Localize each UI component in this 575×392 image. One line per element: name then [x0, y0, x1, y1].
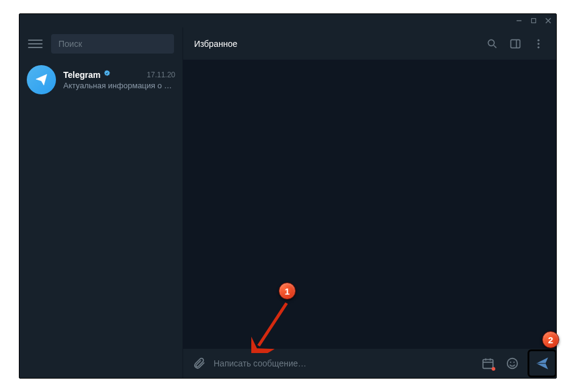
avatar — [27, 65, 56, 94]
minimize-button[interactable] — [515, 16, 523, 25]
composer — [183, 349, 556, 378]
more-button[interactable] — [532, 37, 545, 51]
app-window: Telegram 17.11.20 Актуальная информация … — [19, 13, 557, 379]
smile-icon — [506, 357, 519, 370]
annotation-callout-1: 1 — [279, 282, 296, 299]
schedule-button[interactable] — [478, 354, 498, 373]
svg-point-17 — [514, 362, 515, 363]
paper-plane-icon — [34, 72, 49, 87]
attach-button[interactable] — [189, 354, 209, 373]
panel-icon — [509, 38, 521, 50]
sidebar: Telegram 17.11.20 Актуальная информация … — [19, 27, 183, 378]
svg-point-16 — [510, 362, 511, 363]
chat-list-item[interactable]: Telegram 17.11.20 Актуальная информация … — [19, 60, 183, 99]
content: Telegram 17.11.20 Актуальная информация … — [19, 27, 556, 378]
send-button[interactable] — [531, 351, 554, 376]
svg-rect-1 — [532, 19, 536, 23]
maximize-button[interactable] — [529, 16, 538, 25]
sidebar-header — [19, 27, 183, 60]
main-area: Избранное — [183, 27, 556, 378]
menu-button[interactable] — [28, 37, 43, 51]
sidepanel-button[interactable] — [509, 37, 522, 51]
verified-icon — [103, 69, 111, 80]
notification-dot — [492, 367, 495, 371]
chat-preview: Актуальная информация о … — [63, 81, 175, 90]
svg-point-9 — [537, 43, 539, 44]
svg-point-4 — [488, 40, 494, 46]
emoji-button[interactable] — [503, 354, 522, 373]
chat-body — [183, 60, 556, 349]
chat-info: Telegram 17.11.20 Актуальная информация … — [63, 69, 175, 90]
search-icon — [486, 38, 498, 50]
chat-header: Избранное — [183, 27, 556, 60]
search-input[interactable] — [51, 34, 174, 54]
close-button[interactable] — [544, 16, 552, 25]
annotation-callout-2: 2 — [542, 331, 559, 348]
search-in-chat-button[interactable] — [486, 37, 499, 51]
chat-title: Избранное — [194, 39, 476, 49]
titlebar — [19, 14, 556, 27]
chat-name: Telegram — [63, 69, 111, 80]
more-vertical-icon — [532, 38, 545, 50]
chat-date: 17.11.20 — [147, 71, 175, 79]
svg-point-10 — [537, 46, 539, 48]
svg-rect-6 — [511, 40, 520, 47]
send-icon — [534, 355, 550, 371]
svg-point-8 — [537, 39, 539, 41]
chat-list: Telegram 17.11.20 Актуальная информация … — [19, 60, 183, 378]
svg-line-5 — [494, 45, 497, 47]
paperclip-icon — [192, 357, 206, 370]
message-input[interactable] — [214, 359, 473, 368]
svg-point-15 — [507, 359, 518, 369]
